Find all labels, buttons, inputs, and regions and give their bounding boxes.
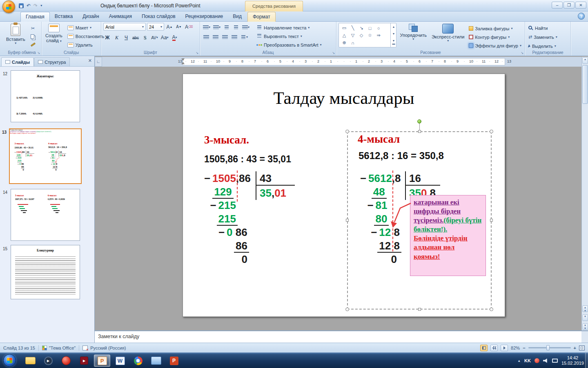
ribbon-tab-Показ слайдов[interactable]: Показ слайдов [137, 12, 180, 22]
taskbar-icon-image-viewer[interactable] [148, 355, 164, 367]
shape-icon-0[interactable]: ▭ [340, 25, 348, 31]
shape-icon-9[interactable]: ⇒ [374, 32, 383, 39]
shape-icon-2[interactable]: ↘ [357, 25, 365, 31]
slide-13-thumbnail[interactable]: Талдау мысалдары 3-мысал. 1505,86 : 43 =… [9, 128, 82, 184]
shape-icon-6[interactable]: ▽ [349, 32, 357, 39]
taskbar-icon-media-player[interactable]: ▶ [40, 355, 56, 367]
example3-label[interactable]: 3-мысал. [14, 142, 24, 145]
taskbar-icon-chrome[interactable] [130, 355, 146, 367]
taskbar-icon-presentation[interactable]: P [166, 355, 182, 367]
clock[interactable]: 14:42 15.02.2019 [561, 355, 584, 366]
next-slide-button[interactable]: ▼▼ [582, 323, 588, 330]
scroll-up-icon[interactable]: ▲ [582, 57, 588, 64]
zoom-slider[interactable] [528, 347, 571, 348]
example3-equation[interactable]: 1505,86 : 43 = 35,01 [14, 147, 33, 149]
font-color-button[interactable]: А▾ [171, 34, 179, 41]
slide-14-thumbnail[interactable]: 5-мысал 6-мысал 1007,371 : 53 = 19,007 0… [11, 189, 80, 241]
delete-slide-button[interactable]: Удалить [66, 41, 106, 49]
taskbar-icon-browser[interactable] [58, 355, 74, 367]
selection-handle-w[interactable] [346, 219, 349, 222]
example4-equation[interactable]: 5612,8 : 16 = 350,8 [48, 146, 67, 148]
taskbar-icon-word[interactable]: W [112, 355, 128, 367]
shape-outline-button[interactable]: Контур фигуры▾ [468, 33, 523, 41]
save-icon[interactable] [19, 3, 24, 8]
shape-icon-4[interactable]: ○ [374, 25, 383, 31]
example4-label[interactable]: 4-мысал [48, 142, 58, 145]
shape-icon-10[interactable]: ⊕ [340, 39, 348, 46]
scroll-down-icon[interactable]: ▼ [582, 314, 588, 321]
close-button[interactable]: ✕ [575, 2, 586, 9]
decrease-indent-button[interactable] [223, 24, 231, 31]
scrollbar-thumb[interactable] [582, 65, 588, 104]
find-button[interactable]: Найти [527, 24, 559, 32]
slide[interactable]: Талдау мысалдары 3-мысал. 1505,86 : 43 =… [183, 74, 505, 317]
font-dialog-launcher-icon[interactable]: ↘ [196, 52, 198, 55]
format-painter-button[interactable] [29, 41, 38, 48]
slide-sorter-button[interactable] [490, 345, 498, 351]
callout-box[interactable]: катарынан екі цифрды бірден түсіреміз.(б… [10, 131, 80, 134]
tray-badge-icon[interactable] [535, 358, 539, 363]
slideshow-button[interactable] [501, 345, 508, 351]
tray-expand-icon[interactable]: ▲ [517, 359, 521, 363]
shape-icon-3[interactable]: □ [366, 25, 374, 31]
ribbon-tab-Анимация[interactable]: Анимация [104, 12, 137, 22]
text-direction-button[interactable]: Направление текста▾ [255, 24, 323, 31]
selection-handle-e[interactable] [490, 219, 493, 222]
justify-button[interactable] [230, 34, 238, 41]
new-slide-button[interactable]: Создать слайд ▾ [44, 23, 64, 44]
tray-volume-icon[interactable] [543, 359, 548, 363]
underline-button[interactable]: Ч [122, 34, 130, 41]
shape-fill-button[interactable]: Заливка фигуры▾ [468, 25, 523, 32]
ribbon-tab-Рецензирование[interactable]: Рецензирование [180, 12, 228, 22]
character-spacing-button[interactable]: AV▾ [150, 34, 159, 41]
font-size-select[interactable]: 24▾ [147, 23, 164, 31]
ribbon-tab-Дизайн[interactable]: Дизайн [78, 12, 104, 22]
align-center-button[interactable] [212, 34, 220, 41]
rotate-handle[interactable] [417, 119, 421, 123]
example3-label[interactable]: 3-мысал. [204, 134, 249, 146]
selection-handle-nw[interactable] [345, 130, 349, 133]
normal-view-button[interactable] [480, 345, 488, 351]
selection-handle-n[interactable] [418, 130, 421, 133]
italic-button[interactable]: К [113, 34, 121, 41]
ribbon-tab-Вставка[interactable]: Вставка [50, 12, 78, 22]
selection-handle-se[interactable] [490, 307, 493, 311]
align-text-button[interactable]: Выровнять текст▾ [255, 32, 323, 40]
zoom-level[interactable]: 82% [511, 346, 520, 350]
help-icon[interactable]: ? [578, 13, 585, 20]
example4-division[interactable]: −5612,848−8180−12 812 8016350,8 [49, 151, 76, 173]
clear-formatting-button[interactable]: А⌫ [184, 23, 194, 31]
copy-button[interactable] [29, 33, 38, 40]
language-indicator[interactable]: Русский (Россия) [90, 346, 126, 350]
selection-handle-s[interactable] [418, 308, 421, 311]
tray-display-icon[interactable] [552, 359, 558, 363]
change-case-button[interactable]: Аа▾ [160, 34, 169, 41]
shapes-gallery-scroll[interactable]: ▲▼▼▬ [390, 23, 396, 47]
columns-button[interactable]: ▾ [240, 34, 249, 41]
selection-frame[interactable] [347, 131, 492, 310]
close-pane-icon[interactable]: ✕ [88, 58, 92, 63]
slide-12-thumbnail[interactable]: Жауаптары: 1) 427,005; 2) 0,0068; 3) 7,2… [11, 70, 80, 122]
taskbar-icon-player[interactable]: ▶ [76, 355, 92, 367]
previous-slide-button[interactable]: ▲▲ [582, 305, 588, 312]
slide-15-thumbnail[interactable]: Блицтурнир [11, 245, 80, 299]
slide-title[interactable]: Талдау мысалдары [10, 129, 80, 131]
tab-outline-pane[interactable]: Структура [34, 57, 70, 66]
language-switcher[interactable]: KK [524, 358, 531, 363]
qat-dropdown-icon[interactable]: ▾ [40, 2, 42, 9]
bullets-button[interactable]: ▾ [202, 24, 211, 31]
shape-icon-5[interactable]: △ [340, 32, 348, 39]
ribbon-tab-Главная[interactable]: Главная [20, 12, 50, 22]
minimize-button[interactable]: – [552, 2, 563, 9]
shape-icon-8[interactable]: ☆ [366, 32, 374, 39]
selection-handle-ne[interactable] [490, 130, 493, 133]
spellcheck-indicator[interactable] [82, 346, 88, 350]
shape-icon-7[interactable]: ◇ [357, 32, 365, 39]
cut-button[interactable]: ✂ [29, 25, 38, 32]
paragraph-dialog-launcher-icon[interactable]: ↘ [332, 52, 335, 55]
notes-area[interactable]: Заметки к слайду [95, 330, 581, 343]
quick-styles-button[interactable]: Экспресс-стили▾ [430, 23, 466, 43]
select-button[interactable]: Выделить▾ [527, 42, 559, 50]
numbering-button[interactable]: ▾ [212, 24, 221, 31]
indent-marker-top[interactable] [181, 58, 185, 61]
